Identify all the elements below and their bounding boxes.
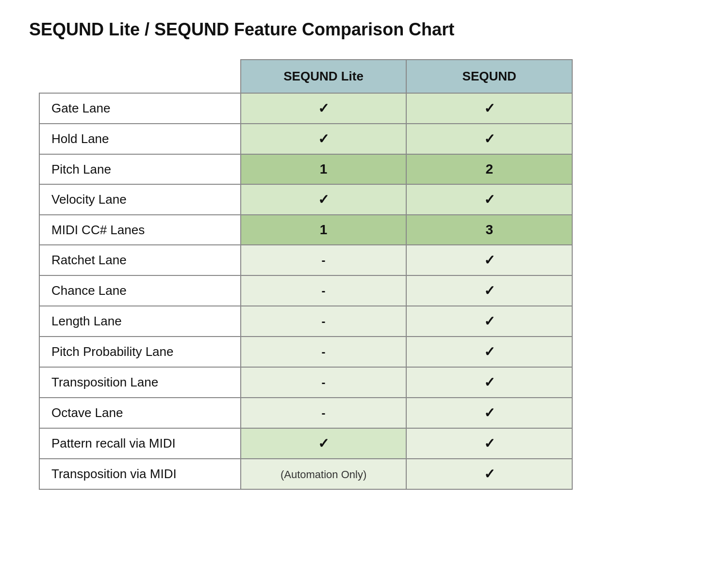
checkmark-icon: ✓	[484, 466, 495, 482]
lite-value: -	[241, 306, 407, 337]
lite-value: -	[241, 367, 407, 398]
feature-name: Gate Lane	[39, 93, 241, 124]
checkmark-icon: ✓	[484, 344, 495, 359]
checkmark-icon: ✓	[484, 436, 495, 451]
table-row: Pitch Lane12	[39, 154, 572, 184]
feature-name: Pattern recall via MIDI	[39, 428, 241, 459]
checkmark-icon: ✓	[484, 405, 495, 420]
checkmark-icon: ✓	[484, 283, 495, 298]
dash-icon: -	[322, 345, 326, 358]
lite-value: ✓	[241, 93, 407, 124]
number-value: 1	[320, 161, 328, 177]
lite-value: ✓	[241, 124, 407, 154]
lite-value: -	[241, 337, 407, 367]
full-value: 2	[406, 154, 572, 184]
feature-name: Octave Lane	[39, 398, 241, 428]
table-row: Octave Lane-✓	[39, 398, 572, 428]
checkmark-icon: ✓	[484, 101, 495, 116]
checkmark-icon: ✓	[484, 314, 495, 329]
number-value: 2	[485, 161, 493, 177]
checkmark-icon: ✓	[484, 131, 495, 146]
lite-value: 1	[241, 215, 407, 245]
col-header-seqund: SEQUND	[406, 60, 572, 93]
table-row: Chance Lane-✓	[39, 275, 572, 306]
lite-value: -	[241, 245, 407, 275]
feature-name: Transposition via MIDI	[39, 459, 241, 489]
full-value: ✓	[406, 306, 572, 337]
table-row: Transposition via MIDI(Automation Only)✓	[39, 459, 572, 489]
table-row: Velocity Lane✓✓	[39, 184, 572, 215]
checkmark-icon: ✓	[318, 192, 329, 207]
lite-value: -	[241, 398, 407, 428]
feature-name: Pitch Lane	[39, 154, 241, 184]
full-value: ✓	[406, 184, 572, 215]
lite-value: -	[241, 275, 407, 306]
feature-name: Pitch Probability Lane	[39, 337, 241, 367]
number-value: 3	[485, 222, 493, 237]
feature-name: Ratchet Lane	[39, 245, 241, 275]
comparison-table: SEQUND Lite SEQUND Gate Lane✓✓Hold Lane✓…	[39, 59, 573, 490]
full-value: ✓	[406, 275, 572, 306]
table-row: Gate Lane✓✓	[39, 93, 572, 124]
checkmark-icon: ✓	[484, 375, 495, 390]
table-row: MIDI CC# Lanes13	[39, 215, 572, 245]
checkmark-icon: ✓	[318, 101, 329, 116]
full-value: ✓	[406, 245, 572, 275]
feature-name: Transposition Lane	[39, 367, 241, 398]
table-row: Pitch Probability Lane-✓	[39, 337, 572, 367]
dash-icon: -	[322, 406, 326, 419]
lite-value: (Automation Only)	[241, 459, 407, 489]
number-value: 1	[320, 222, 328, 237]
dash-icon: -	[322, 254, 326, 267]
full-value: ✓	[406, 459, 572, 489]
lite-value: 1	[241, 154, 407, 184]
checkmark-icon: ✓	[318, 131, 329, 146]
checkmark-icon: ✓	[318, 436, 329, 451]
checkmark-icon: ✓	[484, 253, 495, 268]
dash-icon: -	[322, 315, 326, 328]
full-value: ✓	[406, 124, 572, 154]
full-value: ✓	[406, 367, 572, 398]
feature-name: Length Lane	[39, 306, 241, 337]
dash-icon: -	[322, 284, 326, 297]
table-row: Pattern recall via MIDI✓✓	[39, 428, 572, 459]
feature-name: Hold Lane	[39, 124, 241, 154]
full-value: ✓	[406, 428, 572, 459]
table-row: Ratchet Lane-✓	[39, 245, 572, 275]
dash-icon: -	[322, 376, 326, 389]
table-row: Transposition Lane-✓	[39, 367, 572, 398]
feature-name: Chance Lane	[39, 275, 241, 306]
feature-name: Velocity Lane	[39, 184, 241, 215]
full-value: ✓	[406, 93, 572, 124]
table-row: Hold Lane✓✓	[39, 124, 572, 154]
col-header-seqund-lite: SEQUND Lite	[241, 60, 407, 93]
lite-value: ✓	[241, 428, 407, 459]
checkmark-icon: ✓	[484, 192, 495, 207]
page-title: SEQUND Lite / SEQUND Feature Comparison …	[29, 19, 699, 40]
col-header-feature	[39, 60, 241, 93]
feature-name: MIDI CC# Lanes	[39, 215, 241, 245]
full-value: ✓	[406, 398, 572, 428]
full-value: ✓	[406, 337, 572, 367]
automation-text: (Automation Only)	[281, 468, 366, 481]
full-value: 3	[406, 215, 572, 245]
table-row: Length Lane-✓	[39, 306, 572, 337]
lite-value: ✓	[241, 184, 407, 215]
